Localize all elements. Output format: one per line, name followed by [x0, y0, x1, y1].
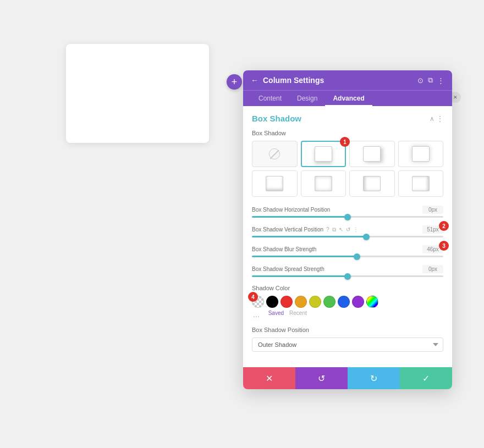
slider-spread-input[interactable] — [252, 275, 443, 277]
shadow-color-section: Shadow Color 4 ... Saved — [252, 285, 443, 319]
badge-3: 3 — [439, 241, 449, 251]
slider-horizontal: Box Shadow Horizontal Position 0px — [252, 206, 443, 218]
plus-button[interactable]: + — [227, 74, 242, 90]
box-shadow-label: Box Shadow — [252, 130, 443, 136]
slider-horizontal-header: Box Shadow Horizontal Position 0px — [252, 206, 443, 214]
help-icon[interactable]: ? — [326, 226, 329, 233]
slider-vertical-label: Box Shadow Vertical Position — [252, 226, 323, 233]
no-shadow-icon — [269, 148, 280, 159]
cursor-icon[interactable]: ↖ — [339, 226, 343, 233]
swatch-blue[interactable] — [338, 296, 350, 308]
tab-design[interactable]: Design — [289, 91, 325, 106]
slider-blur: Box Shadow Blur Strength 46px 3 — [252, 245, 443, 257]
shadow-preview-bottom — [315, 146, 332, 162]
column-settings-panel: ← Column Settings ⊙ ⧉ ⋮ Content Design A… — [243, 70, 452, 389]
slider-vertical-container — [252, 236, 443, 237]
section-title: Box Shadow — [252, 114, 301, 123]
shadow-preset-inset-right2[interactable] — [398, 170, 444, 197]
slider-spread-value[interactable]: 0px — [422, 265, 443, 273]
redo-button[interactable]: ↻ — [348, 367, 400, 389]
shadow-preview-right — [363, 146, 381, 162]
panel-title: Column Settings — [263, 76, 413, 85]
slider-blur-header: Box Shadow Blur Strength 46px 3 — [252, 245, 443, 253]
header-icons: ⊙ ⧉ ⋮ — [417, 76, 444, 85]
slider-horizontal-label: Box Shadow Horizontal Position — [252, 207, 330, 213]
swatch-purple[interactable] — [352, 296, 364, 308]
swatch-green[interactable] — [323, 296, 336, 308]
back-icon[interactable]: ← — [251, 76, 258, 85]
panel-footer: ✕ ↺ ↻ ✓ — [243, 367, 452, 389]
panel-header: ← Column Settings ⊙ ⧉ ⋮ — [243, 70, 452, 90]
save-button[interactable]: ✓ — [400, 367, 452, 389]
shadow-position-select[interactable]: Outer Shadow Inner Shadow — [252, 338, 443, 352]
color-saved-row: ... Saved Recent — [252, 310, 443, 319]
shadow-preset-right[interactable] — [349, 141, 395, 167]
shadow-preview-inset-all — [315, 176, 332, 191]
shadow-presets-grid: 1 — [252, 141, 443, 197]
slider-blur-label: Box Shadow Blur Strength — [252, 246, 316, 252]
undo-icon[interactable]: ↺ — [346, 226, 350, 233]
shadow-preview-inset-right2 — [412, 176, 430, 191]
shadow-preset-inset-bottom[interactable] — [252, 170, 298, 197]
slider-vertical-input[interactable] — [252, 236, 443, 237]
background-card — [66, 44, 209, 143]
badge4-wrapper: 4 — [252, 296, 264, 308]
more-icon[interactable]: ⋮ — [437, 76, 444, 85]
section-controls: ∧ ⋮ — [430, 115, 443, 123]
slider-blur-container — [252, 256, 443, 257]
slider-spread-header: Box Shadow Spread Strength 0px — [252, 265, 443, 273]
swatch-black[interactable] — [266, 296, 278, 308]
shadow-color-label: Shadow Color — [252, 285, 443, 291]
panel-body: Box Shadow ∧ ⋮ Box Shadow 1 — [243, 106, 452, 367]
shadow-preset-inset-right[interactable] — [349, 170, 395, 197]
shadow-preview-inset-bottom — [266, 176, 283, 191]
shadow-preset-none[interactable] — [252, 141, 298, 167]
slider-vertical-header: Box Shadow Vertical Position ? ⧉ ↖ ↺ ⋮ 5… — [252, 225, 443, 234]
shadow-position-group: Box Shadow Position Outer Shadow Inner S… — [252, 327, 443, 352]
shadow-preset-bottom[interactable] — [301, 141, 346, 167]
swatch-orange[interactable] — [295, 296, 307, 308]
section-header: Box Shadow ∧ ⋮ — [252, 114, 443, 123]
settings-icon[interactable]: ⊙ — [417, 76, 424, 85]
tab-advanced[interactable]: Advanced — [325, 91, 372, 106]
slider-horizontal-input[interactable] — [252, 216, 443, 218]
copy-icon[interactable]: ⧉ — [332, 226, 336, 233]
slider-horizontal-value[interactable]: 0px — [422, 206, 443, 214]
badge-4: 4 — [248, 292, 258, 302]
swatch-red[interactable] — [280, 296, 293, 308]
shadow-preset-all[interactable] — [398, 141, 444, 167]
swatch-gradient[interactable] — [366, 296, 378, 308]
slider-more-icon[interactable]: ⋮ — [353, 226, 359, 233]
shadow-position-label: Box Shadow Position — [252, 327, 443, 333]
collapse-icon[interactable]: ∧ — [430, 115, 435, 123]
badge-1: 1 — [340, 137, 350, 147]
layout-icon[interactable]: ⧉ — [428, 76, 433, 85]
shadow-preset-wrapper-bottom: 1 — [301, 141, 346, 167]
shadow-preset-inset-all[interactable] — [301, 170, 346, 197]
shadow-preview-all — [412, 146, 430, 162]
slider-blur-input[interactable] — [252, 256, 443, 257]
dots-button[interactable]: ... — [253, 310, 260, 319]
section-more-icon[interactable]: ⋮ — [437, 115, 443, 123]
recent-label[interactable]: Recent — [289, 310, 307, 319]
badge-2: 2 — [439, 221, 449, 231]
swatch-yellow[interactable] — [309, 296, 321, 308]
shadow-preview-inset-right — [363, 176, 381, 191]
slider-horizontal-container — [252, 216, 443, 218]
cancel-button[interactable]: ✕ — [243, 367, 295, 389]
slider-vertical: Box Shadow Vertical Position ? ⧉ ↖ ↺ ⋮ 5… — [252, 225, 443, 237]
slider-spread: Box Shadow Spread Strength 0px — [252, 265, 443, 277]
tab-content[interactable]: Content — [251, 91, 289, 106]
reset-button[interactable]: ↺ — [295, 367, 348, 389]
saved-label[interactable]: Saved — [268, 310, 284, 319]
slider-spread-label: Box Shadow Spread Strength — [252, 266, 324, 272]
tabs-bar: Content Design Advanced — [243, 90, 452, 106]
slider-spread-container — [252, 275, 443, 277]
